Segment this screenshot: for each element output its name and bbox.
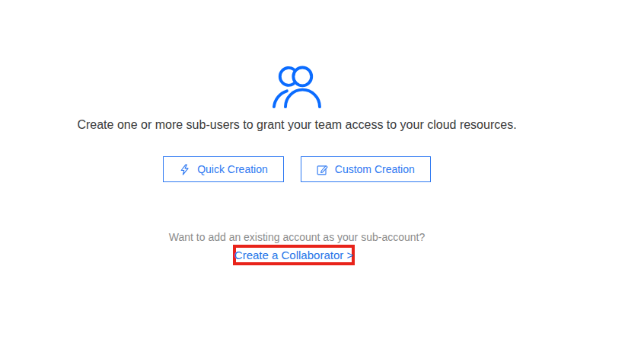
custom-creation-label: Custom Creation bbox=[335, 163, 415, 175]
edit-icon bbox=[317, 164, 328, 175]
page-description: Create one or more sub-users to grant yo… bbox=[0, 117, 594, 133]
sub-account-question: Want to add an existing account as your … bbox=[0, 231, 594, 243]
users-icon bbox=[272, 63, 322, 109]
custom-creation-button[interactable]: Custom Creation bbox=[301, 156, 431, 182]
annotation-highlight-box: Create a Collaborator > bbox=[233, 245, 355, 265]
create-collaborator-link[interactable]: Create a Collaborator > bbox=[234, 249, 353, 261]
sub-user-creation-panel: Create one or more sub-users to grant yo… bbox=[0, 0, 644, 340]
quick-creation-label: Quick Creation bbox=[197, 163, 268, 175]
quick-creation-button[interactable]: Quick Creation bbox=[163, 156, 284, 182]
creation-buttons-row: Quick Creation Custom Creation bbox=[0, 156, 594, 182]
lightning-icon bbox=[179, 164, 190, 175]
